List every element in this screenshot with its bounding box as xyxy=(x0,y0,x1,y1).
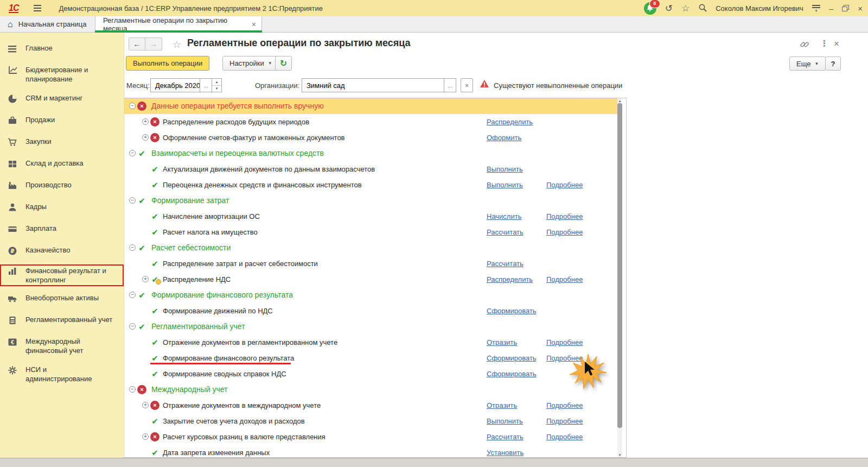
details-link[interactable]: Подробнее xyxy=(546,181,583,189)
sidebar-item[interactable]: Регламентированный учет xyxy=(0,313,124,329)
month-input[interactable]: Декабрь 2020 ... ▴▾ xyxy=(150,78,222,92)
details-link[interactable]: Подробнее xyxy=(546,401,583,409)
collapse-icon[interactable]: − xyxy=(129,244,136,251)
action-link[interactable]: Распределить xyxy=(487,275,533,283)
more-menu-icon[interactable]: ⋮ xyxy=(820,39,828,48)
operation-group-row[interactable]: −×Данные операции требуется выполнить вр… xyxy=(124,98,617,114)
action-link[interactable]: Распределить xyxy=(487,118,533,126)
collapse-icon[interactable]: − xyxy=(129,103,136,109)
month-value[interactable]: Декабрь 2020 xyxy=(151,79,200,92)
sidebar-item[interactable]: Закупки xyxy=(0,135,124,150)
operation-row[interactable]: +×Отражение документов в международном у… xyxy=(124,397,617,413)
action-link[interactable]: Сформировать xyxy=(487,370,537,378)
sidebar-item[interactable]: Кадры xyxy=(0,200,124,216)
vertical-scrollbar[interactable]: ▴ ▾ xyxy=(617,98,622,457)
operation-group-row[interactable]: −✔Регламентированный учет xyxy=(124,319,617,335)
action-link[interactable]: Выполнить xyxy=(487,181,523,189)
sidebar-item[interactable]: CRM и маркетинг xyxy=(0,92,124,107)
operation-row[interactable]: ✔Расчет налога на имуществоРассчитатьПод… xyxy=(124,224,617,240)
sidebar-item[interactable]: Склад и доставка xyxy=(0,157,124,172)
sidebar-item[interactable]: Бюджетирование и планирование xyxy=(0,64,124,85)
operation-row[interactable]: +✔Распределение НДСРаспределитьПодробнее xyxy=(124,272,617,287)
details-link[interactable]: Подробнее xyxy=(546,212,583,220)
action-link[interactable]: Рассчитать xyxy=(487,433,524,441)
action-link[interactable]: Отразить xyxy=(487,401,517,409)
expand-icon[interactable]: + xyxy=(142,433,149,440)
sidebar-item[interactable]: Зарплата xyxy=(0,222,124,237)
main-menu-icon[interactable] xyxy=(34,5,41,11)
operation-row[interactable]: ✔Закрытие счетов учета доходов и расходо… xyxy=(124,413,617,429)
operation-group-row[interactable]: −✔Формирование затрат xyxy=(124,193,617,209)
action-link[interactable]: Отразить xyxy=(487,338,517,346)
collapse-icon[interactable]: − xyxy=(129,197,136,204)
service-menu-icon[interactable]: ▾ xyxy=(812,5,820,12)
operation-row[interactable]: ✔Формирование сводных справок НДССформир… xyxy=(124,366,617,382)
notifications-button[interactable]: 8 xyxy=(644,2,656,15)
action-link[interactable]: Сформировать xyxy=(487,354,537,362)
operation-row[interactable]: +×Расчет курсовых разниц в валюте предст… xyxy=(124,429,617,445)
operation-row[interactable]: ✔Дата запрета изменения данныхУстановить xyxy=(124,445,617,458)
operation-group-row[interactable]: −✔Формирование финансового результата xyxy=(124,287,617,303)
organizations-value[interactable]: Зимний сад xyxy=(302,79,444,92)
collapse-icon[interactable]: − xyxy=(129,323,136,330)
month-picker-button[interactable]: ... xyxy=(200,79,212,92)
minimize-button[interactable]: – xyxy=(829,4,833,12)
search-icon[interactable] xyxy=(698,3,707,14)
close-form-icon[interactable]: × xyxy=(834,39,839,49)
favorite-star-icon[interactable]: ☆ xyxy=(173,39,181,51)
operation-row[interactable]: ✔Формирование движений по НДССформироват… xyxy=(124,303,617,319)
operation-row[interactable]: ✔Отражение документов в регламентированн… xyxy=(124,335,617,350)
sidebar-item[interactable]: НСИ и администрирование xyxy=(0,363,124,385)
spin-down-icon[interactable]: ▾ xyxy=(212,85,221,92)
expand-icon[interactable]: + xyxy=(142,402,149,408)
sidebar-item[interactable]: Продажи xyxy=(0,113,124,129)
current-user[interactable]: Соколов Максим Игоревич xyxy=(716,4,803,12)
expand-icon[interactable]: + xyxy=(142,276,149,282)
details-link[interactable]: Подробнее xyxy=(546,228,583,236)
restore-button[interactable] xyxy=(842,5,849,11)
close-window-button[interactable]: × xyxy=(858,4,863,12)
operation-row[interactable]: ✔Переоценка денежных средств и финансовы… xyxy=(124,177,617,193)
tab-home[interactable]: ⌂ Начальная страница xyxy=(0,16,97,32)
execute-operations-button[interactable]: Выполнить операции xyxy=(126,56,209,71)
expand-icon[interactable]: + xyxy=(142,134,149,141)
month-spinner[interactable]: ▴▾ xyxy=(212,79,221,92)
operation-row[interactable]: +×Оформление счетов-фактур и таможенных … xyxy=(124,130,617,146)
organizations-input[interactable]: Зимний сад ... xyxy=(302,78,456,92)
operation-row[interactable]: ✔Актуализация движений документов по дан… xyxy=(124,161,617,177)
back-button[interactable]: ← xyxy=(129,37,145,51)
scroll-down-icon[interactable]: ▾ xyxy=(617,452,622,457)
details-link[interactable]: Подробнее xyxy=(546,338,583,346)
scroll-up-icon[interactable]: ▴ xyxy=(617,98,622,103)
settings-button[interactable]: Настройки▼ xyxy=(222,56,279,71)
favorites-icon[interactable]: ☆ xyxy=(681,3,690,14)
operation-row[interactable]: +×Распределение расходов будущих периодо… xyxy=(124,114,617,130)
clear-organizations-button[interactable]: × xyxy=(461,78,473,92)
action-link[interactable]: Выполнить xyxy=(487,165,523,173)
sidebar-item[interactable]: Финансовый результат и контроллинг xyxy=(0,264,124,286)
action-link[interactable]: Рассчитать xyxy=(487,260,524,268)
action-link[interactable]: Оформить xyxy=(487,134,521,142)
action-link[interactable]: Сформировать xyxy=(487,307,537,315)
tab-close-icon[interactable]: × xyxy=(252,20,256,29)
get-link-icon[interactable] xyxy=(800,40,809,50)
organizations-picker-button[interactable]: ... xyxy=(444,79,456,92)
operation-group-row[interactable]: −✔Расчет себестоимости xyxy=(124,240,617,256)
sidebar-item[interactable]: ₽Казначейство xyxy=(0,244,124,259)
action-link[interactable]: Установить xyxy=(487,449,524,457)
details-link[interactable]: Подробнее xyxy=(546,417,583,425)
operation-group-row[interactable]: −✔Взаиморасчеты и переоценка валютных ср… xyxy=(124,146,617,161)
details-link[interactable]: Подробнее xyxy=(546,275,583,283)
action-link[interactable]: Начислить xyxy=(487,212,521,220)
details-link[interactable]: Подробнее xyxy=(546,433,583,441)
action-link[interactable]: Выполнить xyxy=(487,417,523,425)
expand-icon[interactable]: + xyxy=(142,118,149,125)
history-icon[interactable]: ↺ xyxy=(665,3,673,14)
forward-button[interactable]: → xyxy=(145,37,162,51)
spin-up-icon[interactable]: ▴ xyxy=(212,79,221,85)
help-button[interactable]: ? xyxy=(825,56,841,71)
sidebar-item[interactable]: €Международный финансовый учет xyxy=(0,335,124,357)
sidebar-item[interactable]: Внеоборотные активы xyxy=(0,292,124,307)
action-link[interactable]: Рассчитать xyxy=(487,228,524,236)
operation-row[interactable]: ✔Начисление амортизации ОСНачислитьПодро… xyxy=(124,209,617,224)
